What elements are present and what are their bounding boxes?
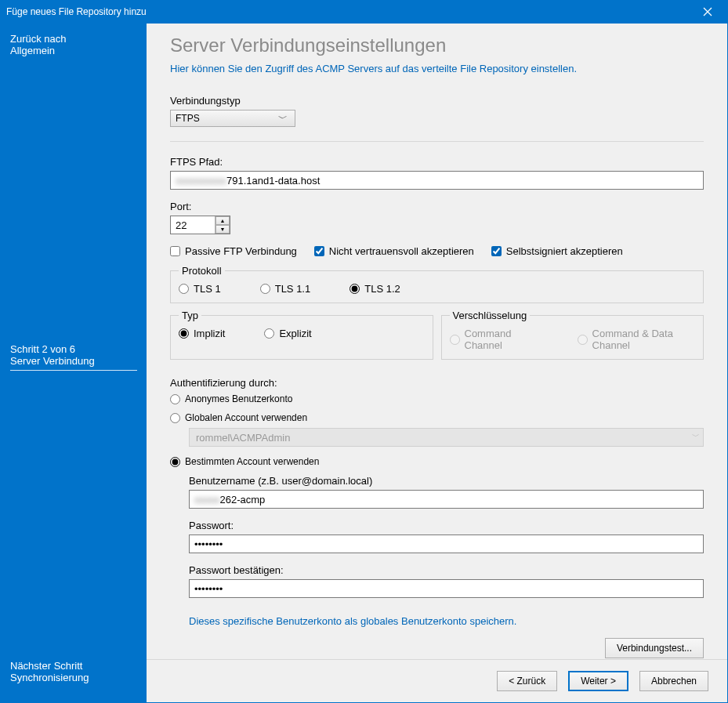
encryption-group: Verschlüsselung Command Channel Command …	[441, 310, 704, 360]
sidebar-step-num: Schritt 2 von 6	[10, 343, 137, 355]
password-label: Passwort:	[189, 520, 704, 531]
tls11-radio[interactable]: TLS 1.1	[260, 283, 311, 295]
global-account-value: rommel\ACMPAdmin	[196, 432, 290, 444]
port-label: Port:	[170, 201, 704, 212]
ftps-path-label: FTPS Pfad:	[170, 156, 704, 168]
global-account-dropdown: rommel\ACMPAdmin ﹀	[189, 428, 704, 447]
auth-heading: Authentifizierung durch:	[170, 377, 704, 389]
implicit-radio[interactable]: Implizit	[179, 328, 225, 339]
connection-type-label: Verbindungstyp	[170, 95, 704, 107]
connection-type-value: FTPS	[176, 113, 200, 124]
password-input[interactable]: ••••••••	[189, 534, 704, 553]
encryption-legend: Verschlüsselung	[450, 310, 531, 321]
tls1-radio[interactable]: TLS 1	[179, 283, 221, 295]
passive-ftp-checkbox[interactable]: Passive FTP Verbindung	[170, 245, 297, 257]
sidebar-step-name: Server Verbindung	[10, 355, 137, 367]
type-group: Typ Implizit Explizit	[170, 310, 433, 360]
wizard-footer: < Zurück Weiter > Abbrechen	[147, 659, 727, 702]
port-down-button[interactable]: ▼	[216, 225, 230, 234]
next-button[interactable]: Weiter >	[568, 671, 628, 691]
explicit-radio[interactable]: Explizit	[264, 328, 311, 339]
sidebar-back-label: Zurück nach	[10, 33, 137, 45]
specific-account-radio[interactable]: Bestimmten Account verwenden	[170, 456, 704, 467]
sidebar: Zurück nach Allgemein Schritt 2 von 6 Se…	[1, 24, 147, 702]
port-stepper[interactable]: ▲ ▼	[170, 216, 230, 234]
passive-ftp-label: Passive FTP Verbindung	[185, 245, 297, 257]
username-value: 262-acmp	[220, 494, 266, 506]
sidebar-next-target: Synchronisierung	[10, 672, 137, 683]
connection-test-button[interactable]: Verbindungstest...	[605, 638, 704, 658]
sidebar-step: Schritt 2 von 6 Server Verbindung	[10, 343, 137, 371]
username-label: Benutzername (z.B. user@domain.local)	[189, 475, 704, 487]
type-legend: Typ	[179, 310, 201, 321]
username-input[interactable]: xxxxx 262-acmp	[189, 490, 704, 509]
page-title: Server Verbindungseinstellungen	[170, 34, 704, 56]
password-confirm-input[interactable]: ••••••••	[189, 579, 704, 598]
anon-radio[interactable]: Anonymes Benutzerkonto	[170, 393, 704, 404]
protocol-group: Protokoll TLS 1 TLS 1.1 TLS 1.2	[170, 265, 704, 303]
password-confirm-label: Passwort bestätigen:	[189, 564, 704, 576]
connection-type-dropdown[interactable]: FTPS ﹀	[170, 110, 295, 127]
close-icon[interactable]	[694, 0, 722, 24]
chevron-down-icon: ﹀	[276, 112, 290, 125]
sidebar-back-target: Allgemein	[10, 45, 137, 56]
sidebar-next-label: Nächster Schritt	[10, 660, 137, 672]
untrust-label: Nicht vertrauensvoll akzeptieren	[329, 245, 474, 257]
page-subtitle: Hier können Sie den Zugriff des ACMP Ser…	[170, 63, 704, 74]
selfsigned-checkbox[interactable]: Selbstsigniert akzeptieren	[491, 245, 623, 257]
protocol-legend: Protokoll	[179, 265, 225, 277]
window-title: Füge neues File Repository hinzu	[6, 6, 694, 17]
divider	[170, 141, 704, 142]
sidebar-back[interactable]: Zurück nach Allgemein	[10, 33, 137, 56]
save-global-link[interactable]: Dieses spezifische Benutzerkonto als glo…	[189, 615, 516, 627]
port-input[interactable]	[171, 216, 215, 234]
untrust-checkbox[interactable]: Nicht vertrauensvoll akzeptieren	[314, 245, 474, 257]
ftps-path-value: 791.1and1-data.host	[226, 175, 320, 187]
chevron-down-icon: ﹀	[692, 431, 700, 442]
selfsigned-label: Selbstsigniert akzeptieren	[506, 245, 623, 257]
titlebar: Füge neues File Repository hinzu	[0, 0, 728, 24]
enc-both-radio: Command & Data Channel	[578, 328, 695, 351]
tls12-radio[interactable]: TLS 1.2	[350, 283, 400, 295]
global-account-radio[interactable]: Globalen Account verwenden	[170, 412, 704, 423]
sidebar-next[interactable]: Nächster Schritt Synchronisierung	[10, 660, 137, 683]
enc-cmd-radio: Command Channel	[450, 328, 538, 351]
port-up-button[interactable]: ▲	[216, 216, 230, 225]
back-button[interactable]: < Zurück	[497, 671, 557, 691]
cancel-button[interactable]: Abbrechen	[639, 671, 708, 691]
ftps-path-input[interactable]: xxxxxxxxxx 791.1and1-data.host	[170, 171, 704, 190]
